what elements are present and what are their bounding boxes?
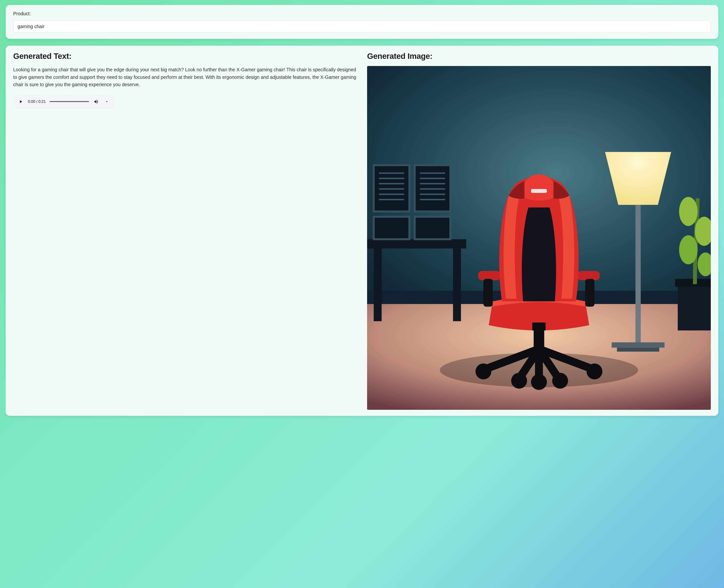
svg-point-28 (679, 197, 698, 226)
svg-point-35 (511, 373, 527, 388)
audio-current-time: 0:00 (28, 99, 35, 104)
generated-text-body: Looking for a gaming chair that will giv… (13, 66, 357, 88)
volume-button[interactable] (93, 98, 100, 105)
svg-rect-4 (374, 249, 382, 321)
svg-rect-27 (675, 279, 711, 287)
play-icon (18, 99, 23, 104)
generated-image-column: Generated Image: (367, 52, 711, 410)
audio-duration: 0:21 (39, 99, 46, 104)
generated-text-column: Generated Text: Looking for a gaming cha… (13, 52, 357, 410)
kebab-icon (106, 101, 107, 102)
svg-rect-9 (414, 217, 450, 239)
svg-point-36 (531, 374, 547, 390)
svg-rect-44 (531, 189, 547, 193)
audio-more-button[interactable] (103, 98, 110, 105)
svg-rect-5 (453, 249, 461, 321)
svg-rect-23 (635, 205, 641, 343)
svg-point-37 (552, 373, 568, 388)
svg-rect-8 (374, 217, 409, 239)
audio-time: 0:00 / 0:21 (28, 99, 46, 104)
svg-point-38 (587, 363, 602, 379)
svg-rect-42 (484, 279, 493, 307)
svg-point-34 (475, 363, 491, 379)
svg-rect-26 (678, 284, 711, 330)
svg-rect-24 (612, 342, 664, 348)
generated-image-title: Generated Image: (367, 52, 711, 61)
product-input-card: Product: (6, 5, 718, 39)
svg-rect-25 (617, 348, 659, 352)
audio-player: 0:00 / 0:21 (13, 95, 115, 108)
volume-icon (94, 99, 99, 104)
svg-rect-39 (532, 322, 546, 330)
generated-text-title: Generated Text: (13, 52, 357, 61)
svg-rect-40 (478, 271, 501, 280)
generated-image (367, 66, 711, 410)
output-card: Generated Text: Looking for a gaming cha… (6, 46, 718, 416)
svg-rect-3 (367, 239, 466, 249)
product-label: Product: (13, 11, 711, 16)
play-button[interactable] (17, 98, 24, 105)
svg-point-30 (679, 235, 698, 264)
audio-seek-track[interactable] (49, 101, 89, 102)
svg-rect-43 (585, 279, 594, 307)
product-input[interactable] (13, 20, 711, 33)
svg-rect-41 (577, 271, 600, 280)
